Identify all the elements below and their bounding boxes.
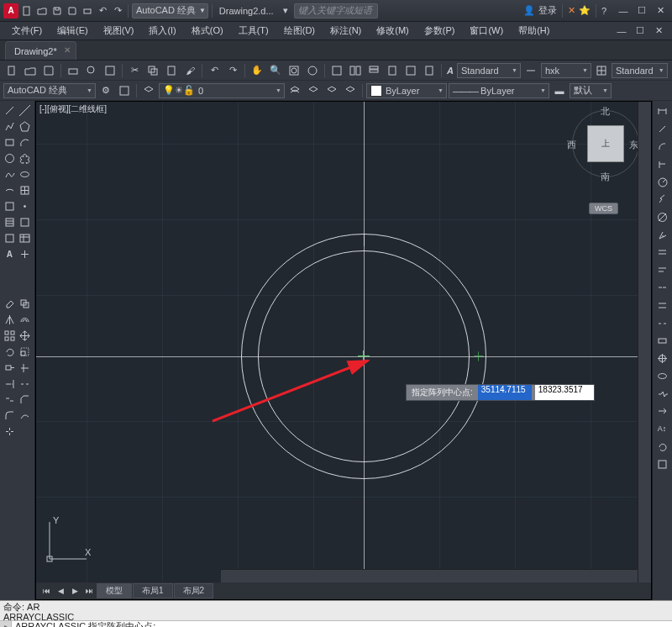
rect-tool[interactable] xyxy=(2,134,18,150)
preview-tool-icon[interactable] xyxy=(83,62,100,79)
dimupdate-icon[interactable] xyxy=(654,438,670,455)
dimbreak-icon[interactable] xyxy=(654,314,670,331)
polygon-tool[interactable] xyxy=(18,119,34,134)
break-tool[interactable] xyxy=(18,376,34,392)
new-tool-icon[interactable] xyxy=(3,62,20,79)
saveas-icon[interactable] xyxy=(66,4,79,18)
tab-last-icon[interactable]: ⏭ xyxy=(82,584,96,598)
inspect-icon[interactable] xyxy=(654,367,670,384)
insert-tool[interactable] xyxy=(18,182,34,198)
addsel-tool[interactable] xyxy=(18,246,34,262)
close-tab-icon[interactable]: ✕ xyxy=(64,45,71,55)
circle-tool[interactable] xyxy=(2,150,18,166)
pline-tool[interactable] xyxy=(2,119,18,134)
dim-arc-icon[interactable] xyxy=(654,138,670,155)
explode-tool[interactable] xyxy=(2,424,18,440)
dim-base-icon[interactable] xyxy=(654,261,670,278)
tab-first-icon[interactable]: ⏮ xyxy=(39,584,53,598)
mtext-tool[interactable]: A xyxy=(2,246,18,262)
blend-tool[interactable] xyxy=(18,408,34,424)
zoomwin-tool-icon[interactable] xyxy=(286,62,302,79)
table-tool-icon[interactable] xyxy=(593,62,610,79)
menu-draw[interactable]: 绘图(D) xyxy=(277,23,322,39)
tab-next-icon[interactable]: ▶ xyxy=(68,584,81,598)
menu-param[interactable]: 参数(P) xyxy=(417,23,462,39)
workspace-combo-2[interactable]: AutoCAD 经典 xyxy=(3,83,96,98)
menu-dim[interactable]: 标注(N) xyxy=(323,23,368,39)
revcloud-tool[interactable] xyxy=(18,150,34,166)
trim-tool[interactable] xyxy=(18,360,34,376)
undo-tool-icon[interactable]: ↶ xyxy=(206,62,223,79)
vertical-scrollbar[interactable] xyxy=(638,102,651,582)
viewcube[interactable]: 上 北 南 东 西 WCS xyxy=(565,107,646,216)
dimtedit-icon[interactable]: A↕ xyxy=(654,420,670,437)
layer-combo[interactable]: 💡 ☀ 🔓 0 xyxy=(159,83,285,98)
viewcube-face[interactable]: 上 xyxy=(587,125,624,162)
mdi-min-button[interactable]: — xyxy=(613,24,630,38)
menu-modify[interactable]: 修改(M) xyxy=(370,23,416,39)
dim-tool-icon[interactable] xyxy=(522,62,539,79)
toolpalette-tool-icon[interactable] xyxy=(365,62,382,79)
minimize-button[interactable]: — xyxy=(615,4,632,18)
publish-tool-icon[interactable] xyxy=(102,62,118,79)
extend-tool[interactable] xyxy=(2,376,18,392)
arc-tool[interactable] xyxy=(18,134,34,150)
gear-icon[interactable]: ⚙ xyxy=(97,82,114,99)
dimedit-icon[interactable] xyxy=(654,403,670,419)
paste-tool-icon[interactable] xyxy=(163,62,180,79)
menu-file[interactable]: 文件(F) xyxy=(5,23,49,39)
color-combo[interactable]: ByLayer xyxy=(366,83,447,98)
join-tool[interactable] xyxy=(2,392,18,408)
tab-prev-icon[interactable]: ◀ xyxy=(54,584,67,598)
move-tool[interactable] xyxy=(18,328,34,344)
linetype-combo[interactable]: ——— ByLayer xyxy=(449,83,549,98)
prompt-y-input[interactable]: 18323.3517 xyxy=(535,385,594,400)
favorite-icon[interactable]: ⭐ xyxy=(579,5,591,16)
save-tool-icon[interactable] xyxy=(40,62,57,79)
dimstyle-combo[interactable]: hxk xyxy=(541,63,591,78)
dim-ord-icon[interactable] xyxy=(654,155,670,172)
signin-label[interactable]: 登录 xyxy=(538,4,557,17)
menu-tools[interactable]: 工具(T) xyxy=(232,23,276,39)
command-line[interactable]: 命令: AR ARRAYCLASSIC ▸ ARRAYCLASSIC 指定阵列中… xyxy=(0,600,672,627)
dim-aligned-icon[interactable] xyxy=(654,120,670,137)
layeriso-icon[interactable] xyxy=(305,82,322,99)
layout1-tab[interactable]: 布局1 xyxy=(133,583,173,598)
redo-tool-icon[interactable]: ↷ xyxy=(224,62,241,79)
drawing-canvas[interactable]: 指定阵列中心点: 35114.7115 18323.3517 Y X [-][俯… xyxy=(35,101,652,600)
xline-tool[interactable] xyxy=(18,103,34,119)
menu-window[interactable]: 窗口(W) xyxy=(463,23,510,39)
copy-mod-tool[interactable] xyxy=(18,296,34,312)
maximize-button[interactable]: ☐ xyxy=(633,4,650,18)
doc-dropdown-icon[interactable]: ▾ xyxy=(279,4,292,18)
signin-icon[interactable]: 👤 xyxy=(523,5,535,16)
exchange-icon[interactable]: ✕ xyxy=(568,5,575,16)
offset-tool[interactable] xyxy=(18,312,34,328)
dynamic-input[interactable]: 指定阵列中心点: 35114.7115 18323.3517 xyxy=(406,384,595,401)
lineweight-icon[interactable]: ▬ xyxy=(551,82,568,99)
search-box[interactable]: 键入关键字或短语 xyxy=(294,3,378,18)
prompt-x-input[interactable]: 35114.7115 xyxy=(478,385,532,400)
chamfer-tool[interactable] xyxy=(18,392,34,408)
erase-tool[interactable] xyxy=(2,296,18,312)
tablestyle-combo[interactable]: Standard xyxy=(612,63,668,78)
dim-radius-icon[interactable] xyxy=(654,173,670,190)
sheetset-tool-icon[interactable] xyxy=(384,62,401,79)
gradient-tool[interactable] xyxy=(18,214,34,230)
plotstyle-combo[interactable]: 默认 xyxy=(570,83,612,98)
dim-jog-icon[interactable] xyxy=(654,191,670,208)
line-tool[interactable] xyxy=(2,103,18,119)
centermark-icon[interactable] xyxy=(654,350,670,366)
stretch-tool[interactable] xyxy=(2,360,18,376)
viewport-label[interactable]: [-][俯视][二维线框] xyxy=(39,103,107,115)
mdi-close-button[interactable]: ✕ xyxy=(650,24,667,38)
qdim-icon[interactable] xyxy=(654,244,670,261)
redo-icon[interactable]: ↷ xyxy=(111,4,124,18)
table-tool[interactable] xyxy=(18,230,34,246)
matchprop-tool-icon[interactable]: 🖌 xyxy=(181,62,198,79)
dimstyle-icon[interactable] xyxy=(654,456,670,472)
designcenter-tool-icon[interactable] xyxy=(347,62,364,79)
dim-ang-icon[interactable] xyxy=(654,226,670,243)
wcs-label[interactable]: WCS xyxy=(589,203,618,214)
undo-icon[interactable]: ↶ xyxy=(96,4,109,18)
